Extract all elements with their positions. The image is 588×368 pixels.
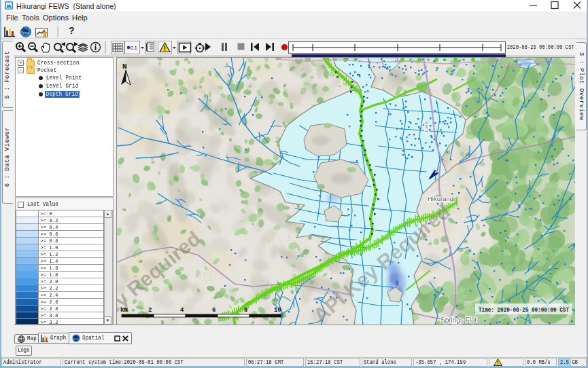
svg-text:4: 4 (180, 307, 184, 314)
svg-text:8: 8 (244, 307, 247, 314)
svg-text:km: km (120, 307, 128, 314)
svg-text:Springs Flat: Springs Flat (440, 316, 477, 324)
svg-text:SH 1: SH 1 (423, 121, 430, 133)
svg-text:Time: 2020-08-25 00:00:00 CST: Time: 2020-08-25 00:00:00 CST (479, 306, 569, 314)
svg-text:10: 10 (274, 307, 281, 314)
svg-text:2: 2 (148, 307, 152, 314)
svg-text:N: N (122, 62, 127, 71)
svg-text:0.1: 0.1 (131, 45, 137, 50)
svg-text:Hikurangi: Hikurangi (428, 195, 455, 202)
svg-text:6: 6 (212, 307, 215, 314)
